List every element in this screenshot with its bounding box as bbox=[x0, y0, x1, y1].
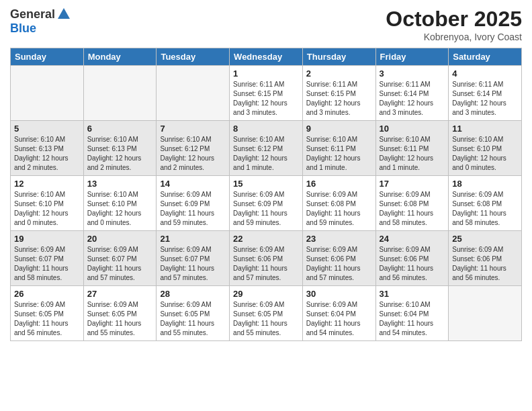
table-row: 20Sunrise: 6:09 AM Sunset: 6:07 PM Dayli… bbox=[83, 231, 157, 286]
day-info: Sunrise: 6:09 AM Sunset: 6:04 PM Dayligh… bbox=[306, 300, 372, 338]
logo-blue-text: Blue bbox=[10, 21, 36, 36]
table-row: 6Sunrise: 6:10 AM Sunset: 6:13 PM Daylig… bbox=[83, 121, 157, 176]
header: General Blue October 2025 Kobrenyoa, Ivo… bbox=[10, 7, 522, 42]
day-info: Sunrise: 6:10 AM Sunset: 6:11 PM Dayligh… bbox=[380, 135, 445, 173]
table-row: 16Sunrise: 6:09 AM Sunset: 6:08 PM Dayli… bbox=[302, 176, 375, 231]
day-number: 30 bbox=[306, 289, 372, 299]
header-saturday: Saturday bbox=[449, 48, 522, 66]
day-number: 12 bbox=[14, 179, 80, 189]
day-number: 27 bbox=[87, 289, 153, 299]
calendar-table: Sunday Monday Tuesday Wednesday Thursday… bbox=[10, 48, 522, 341]
table-row: 12Sunrise: 6:10 AM Sunset: 6:10 PM Dayli… bbox=[11, 176, 84, 231]
day-number: 18 bbox=[452, 179, 518, 189]
calendar-row: 26Sunrise: 6:09 AM Sunset: 6:05 PM Dayli… bbox=[11, 286, 522, 341]
header-monday: Monday bbox=[83, 48, 157, 66]
day-info: Sunrise: 6:10 AM Sunset: 6:04 PM Dayligh… bbox=[380, 300, 445, 338]
day-number: 16 bbox=[306, 179, 372, 189]
day-number: 13 bbox=[87, 179, 153, 189]
table-row: 14Sunrise: 6:09 AM Sunset: 6:09 PM Dayli… bbox=[157, 176, 230, 231]
day-info: Sunrise: 6:09 AM Sunset: 6:06 PM Dayligh… bbox=[306, 245, 372, 283]
calendar-row: 19Sunrise: 6:09 AM Sunset: 6:07 PM Dayli… bbox=[11, 231, 522, 286]
table-row bbox=[157, 66, 230, 121]
day-number: 19 bbox=[14, 234, 80, 244]
day-info: Sunrise: 6:09 AM Sunset: 6:05 PM Dayligh… bbox=[160, 300, 226, 338]
calendar-row: 12Sunrise: 6:10 AM Sunset: 6:10 PM Dayli… bbox=[11, 176, 522, 231]
day-info: Sunrise: 6:10 AM Sunset: 6:12 PM Dayligh… bbox=[160, 135, 226, 173]
logo: General Blue bbox=[10, 7, 71, 36]
day-number: 20 bbox=[87, 234, 153, 244]
header-tuesday: Tuesday bbox=[157, 48, 230, 66]
table-row: 10Sunrise: 6:10 AM Sunset: 6:11 PM Dayli… bbox=[375, 121, 449, 176]
day-number: 9 bbox=[306, 124, 372, 134]
table-row bbox=[449, 286, 522, 341]
table-row: 22Sunrise: 6:09 AM Sunset: 6:06 PM Dayli… bbox=[230, 231, 303, 286]
table-row: 15Sunrise: 6:09 AM Sunset: 6:09 PM Dayli… bbox=[230, 176, 303, 231]
header-wednesday: Wednesday bbox=[230, 48, 303, 66]
table-row: 27Sunrise: 6:09 AM Sunset: 6:05 PM Dayli… bbox=[83, 286, 157, 341]
day-number: 2 bbox=[306, 68, 372, 79]
day-info: Sunrise: 6:09 AM Sunset: 6:05 PM Dayligh… bbox=[87, 300, 153, 338]
day-number: 11 bbox=[452, 124, 518, 134]
day-info: Sunrise: 6:10 AM Sunset: 6:13 PM Dayligh… bbox=[87, 135, 153, 173]
day-number: 31 bbox=[380, 289, 445, 299]
table-row bbox=[83, 66, 157, 121]
day-info: Sunrise: 6:09 AM Sunset: 6:06 PM Dayligh… bbox=[233, 245, 299, 283]
day-info: Sunrise: 6:11 AM Sunset: 6:14 PM Dayligh… bbox=[380, 80, 445, 118]
table-row: 18Sunrise: 6:09 AM Sunset: 6:08 PM Dayli… bbox=[449, 176, 522, 231]
logo-icon bbox=[56, 7, 71, 21]
day-info: Sunrise: 6:09 AM Sunset: 6:07 PM Dayligh… bbox=[14, 245, 80, 283]
day-number: 3 bbox=[380, 68, 445, 79]
table-row: 7Sunrise: 6:10 AM Sunset: 6:12 PM Daylig… bbox=[157, 121, 230, 176]
calendar-row: 5Sunrise: 6:10 AM Sunset: 6:13 PM Daylig… bbox=[11, 121, 522, 176]
month-title: October 2025 bbox=[386, 7, 522, 32]
day-info: Sunrise: 6:09 AM Sunset: 6:05 PM Dayligh… bbox=[14, 300, 80, 338]
table-row: 11Sunrise: 6:10 AM Sunset: 6:10 PM Dayli… bbox=[449, 121, 522, 176]
day-info: Sunrise: 6:09 AM Sunset: 6:08 PM Dayligh… bbox=[380, 190, 445, 228]
table-row: 8Sunrise: 6:10 AM Sunset: 6:12 PM Daylig… bbox=[230, 121, 303, 176]
table-row: 31Sunrise: 6:10 AM Sunset: 6:04 PM Dayli… bbox=[375, 286, 449, 341]
title-section: October 2025 Kobrenyoa, Ivory Coast bbox=[386, 7, 522, 42]
table-row: 30Sunrise: 6:09 AM Sunset: 6:04 PM Dayli… bbox=[302, 286, 375, 341]
table-row: 19Sunrise: 6:09 AM Sunset: 6:07 PM Dayli… bbox=[11, 231, 84, 286]
table-row bbox=[11, 66, 84, 121]
day-number: 17 bbox=[380, 179, 445, 189]
table-row: 21Sunrise: 6:09 AM Sunset: 6:07 PM Dayli… bbox=[157, 231, 230, 286]
day-number: 15 bbox=[233, 179, 299, 189]
day-info: Sunrise: 6:09 AM Sunset: 6:09 PM Dayligh… bbox=[233, 190, 299, 228]
day-number: 25 bbox=[452, 234, 518, 244]
day-info: Sunrise: 6:11 AM Sunset: 6:14 PM Dayligh… bbox=[452, 80, 518, 118]
day-info: Sunrise: 6:10 AM Sunset: 6:12 PM Dayligh… bbox=[233, 135, 299, 173]
day-number: 8 bbox=[233, 124, 299, 134]
table-row: 29Sunrise: 6:09 AM Sunset: 6:05 PM Dayli… bbox=[230, 286, 303, 341]
day-info: Sunrise: 6:09 AM Sunset: 6:08 PM Dayligh… bbox=[306, 190, 372, 228]
table-row: 4Sunrise: 6:11 AM Sunset: 6:14 PM Daylig… bbox=[449, 66, 522, 121]
table-row: 13Sunrise: 6:10 AM Sunset: 6:10 PM Dayli… bbox=[83, 176, 157, 231]
header-sunday: Sunday bbox=[11, 48, 84, 66]
day-info: Sunrise: 6:09 AM Sunset: 6:07 PM Dayligh… bbox=[160, 245, 226, 283]
day-number: 4 bbox=[452, 68, 518, 79]
day-number: 14 bbox=[160, 179, 226, 189]
location-text: Kobrenyoa, Ivory Coast bbox=[386, 32, 522, 42]
table-row: 3Sunrise: 6:11 AM Sunset: 6:14 PM Daylig… bbox=[375, 66, 449, 121]
table-row: 17Sunrise: 6:09 AM Sunset: 6:08 PM Dayli… bbox=[375, 176, 449, 231]
day-info: Sunrise: 6:09 AM Sunset: 6:07 PM Dayligh… bbox=[87, 245, 153, 283]
day-info: Sunrise: 6:09 AM Sunset: 6:05 PM Dayligh… bbox=[233, 300, 299, 338]
day-info: Sunrise: 6:09 AM Sunset: 6:06 PM Dayligh… bbox=[452, 245, 518, 283]
table-row: 24Sunrise: 6:09 AM Sunset: 6:06 PM Dayli… bbox=[375, 231, 449, 286]
day-number: 23 bbox=[306, 234, 372, 244]
table-row: 5Sunrise: 6:10 AM Sunset: 6:13 PM Daylig… bbox=[11, 121, 84, 176]
day-info: Sunrise: 6:10 AM Sunset: 6:10 PM Dayligh… bbox=[452, 135, 518, 173]
table-row: 1Sunrise: 6:11 AM Sunset: 6:15 PM Daylig… bbox=[230, 66, 303, 121]
table-row: 26Sunrise: 6:09 AM Sunset: 6:05 PM Dayli… bbox=[11, 286, 84, 341]
table-row: 2Sunrise: 6:11 AM Sunset: 6:15 PM Daylig… bbox=[302, 66, 375, 121]
day-number: 6 bbox=[87, 124, 153, 134]
day-number: 24 bbox=[380, 234, 445, 244]
day-number: 7 bbox=[160, 124, 226, 134]
header-thursday: Thursday bbox=[302, 48, 375, 66]
table-row: 25Sunrise: 6:09 AM Sunset: 6:06 PM Dayli… bbox=[449, 231, 522, 286]
header-friday: Friday bbox=[375, 48, 449, 66]
day-info: Sunrise: 6:11 AM Sunset: 6:15 PM Dayligh… bbox=[306, 80, 372, 118]
day-info: Sunrise: 6:10 AM Sunset: 6:11 PM Dayligh… bbox=[306, 135, 372, 173]
calendar-header-row: Sunday Monday Tuesday Wednesday Thursday… bbox=[11, 48, 522, 66]
table-row: 23Sunrise: 6:09 AM Sunset: 6:06 PM Dayli… bbox=[302, 231, 375, 286]
